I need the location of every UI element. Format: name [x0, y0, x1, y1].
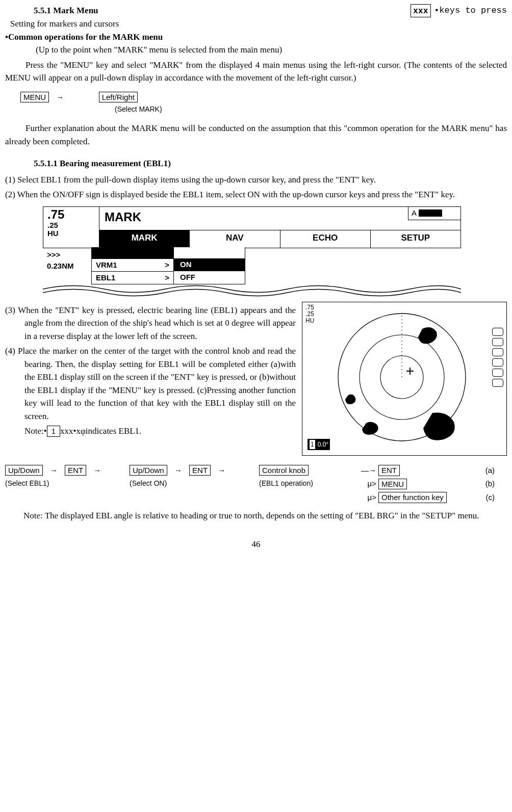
- tab-setup[interactable]: SETUP: [371, 230, 460, 248]
- tab-nav[interactable]: NAV: [190, 230, 280, 248]
- opt-on[interactable]: ON: [174, 258, 245, 271]
- mark-dropdown: VRM1 > EBL1 > ON OFF: [91, 247, 245, 284]
- dropdown-selected-bar: [92, 247, 173, 258]
- page-number: 46: [5, 538, 507, 551]
- small-1-box: 1: [47, 426, 60, 437]
- torn-edge: [43, 281, 461, 297]
- legend-label: •keys to press: [434, 4, 507, 17]
- sub-select-ebl1: (Select EBL1): [5, 478, 117, 489]
- key-ent-2: ENT: [189, 465, 211, 476]
- key-ent-result: ENT: [378, 465, 400, 476]
- key-other-function: Other function key: [378, 492, 447, 503]
- sec-heading-5511: 5.5.1.1 Bearing measurement (EBL1): [34, 157, 507, 170]
- range-secondary: .25: [47, 221, 96, 230]
- footnote-ebl-brg: Note: The displayed EBL angle is relativ…: [23, 509, 507, 522]
- note-ebl1-indicator: Note:•1xxx•xφindicates EBL1.: [24, 425, 296, 438]
- menu-title-mark: MARK: [99, 207, 460, 226]
- radar-range-1: .75: [305, 304, 314, 311]
- para-press-menu: Press the "MENU" key and select "MARK" f…: [5, 59, 507, 85]
- legend: xxx •keys to press: [411, 4, 507, 17]
- key-menu-result: MENU: [378, 479, 407, 490]
- sub-ebl1-op: (EBL1 operation): [259, 478, 346, 489]
- step-1: (1) Select EBL1 from the pull-down displ…: [5, 173, 507, 187]
- range-primary: .75: [47, 208, 96, 221]
- label-c: (c): [479, 492, 495, 504]
- key-updown-1: Up/Down: [5, 465, 43, 476]
- select-mark-sub: (Select MARK): [115, 104, 507, 115]
- key-control-knob: Control knob: [259, 465, 309, 476]
- radar-plot: [325, 308, 478, 446]
- step-2: (2) When the ON/OFF sign is displayed be…: [5, 188, 507, 201]
- ebl-readout: 1 0.0°: [308, 439, 330, 450]
- key-ent-1: ENT: [65, 465, 86, 476]
- key-updown-2: Up/Down: [130, 465, 167, 476]
- radar-mode: HU: [305, 318, 314, 324]
- label-b: (b): [479, 478, 495, 490]
- chevrons: >>>: [47, 249, 74, 261]
- step-3: (3) When the "ENT" key is pressed, elect…: [5, 304, 296, 343]
- step-4: (4) Place the marker on the center of th…: [5, 345, 296, 423]
- tab-mark[interactable]: MARK: [99, 230, 190, 248]
- a-label: A: [412, 207, 417, 219]
- ebl-value: 0.0°: [318, 440, 328, 449]
- radar-screen-diagram: .75 .25 HU: [302, 302, 507, 456]
- key-leftright: Left/Right: [99, 92, 138, 103]
- subtitle: Setting for markers and cursors: [10, 17, 507, 31]
- common-ops-heading: •Common operations for the MARK menu: [5, 31, 507, 44]
- a-black-bar: [419, 209, 442, 217]
- upto-line: (Up to the point when "MARK" menu is sel…: [36, 43, 507, 57]
- label-a: (a): [479, 465, 495, 477]
- sec-heading-551: 5.5.1 Mark Menu: [34, 4, 98, 17]
- a-indicator-box: A: [408, 206, 461, 220]
- mark-menu-diagram: .75 .25 HU MARK MARK NAV ECHO SETUP A >>…: [43, 206, 461, 297]
- para-further: Further explanation about the MARK menu …: [5, 122, 507, 148]
- radar-range-2: .25: [305, 311, 314, 318]
- legend-xxx-box: xxx: [411, 4, 431, 17]
- tab-echo[interactable]: ECHO: [280, 230, 371, 248]
- mode-hu: HU: [47, 229, 96, 238]
- key-menu: MENU: [20, 92, 49, 103]
- arrow: →: [51, 93, 69, 101]
- sub-select-on: (Select ON): [130, 478, 247, 489]
- item-vrm1[interactable]: VRM1 >: [92, 258, 173, 271]
- nm-value: 0.23NM: [47, 260, 74, 272]
- side-key-slots: [492, 328, 503, 387]
- ebl-number-box: 1: [309, 439, 316, 450]
